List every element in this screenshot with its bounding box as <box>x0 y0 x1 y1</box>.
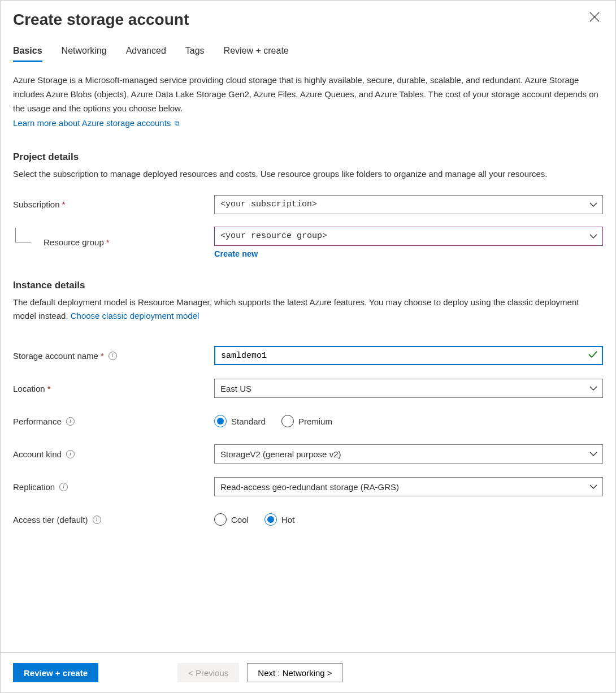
access-tier-cool-radio[interactable]: Cool <box>214 513 249 526</box>
close-icon <box>589 12 600 22</box>
radio-label: Hot <box>281 515 294 525</box>
check-icon <box>588 350 597 361</box>
info-icon[interactable]: i <box>66 450 75 458</box>
tab-networking[interactable]: Networking <box>62 41 107 62</box>
required-indicator: * <box>47 384 51 393</box>
subscription-select[interactable]: <your subscription> <box>214 195 603 214</box>
radio-label: Premium <box>298 417 332 426</box>
location-value: East US <box>220 384 251 393</box>
resource-group-label: Resource group <box>44 237 104 247</box>
replication-label: Replication <box>13 482 55 492</box>
access-tier-radio-group: Cool Hot <box>214 513 603 526</box>
info-icon[interactable]: i <box>66 417 75 426</box>
performance-radio-group: Standard Premium <box>214 415 603 427</box>
account-kind-label: Account kind <box>13 449 62 459</box>
storage-account-name-input[interactable] <box>214 346 603 365</box>
subscription-value: <your subscription> <box>220 200 317 209</box>
required-indicator: * <box>101 351 104 361</box>
location-label: Location <box>13 384 45 393</box>
tab-tags[interactable]: Tags <box>185 41 205 62</box>
resource-group-value: <your resource group> <box>220 231 327 241</box>
replication-value: Read-access geo-redundant storage (RA-GR… <box>220 482 399 492</box>
storage-account-name-label: Storage account name <box>13 351 98 361</box>
tab-review-create[interactable]: Review + create <box>224 41 289 62</box>
instance-details-desc: The default deployment model is Resource… <box>13 296 603 324</box>
review-create-button[interactable]: Review + create <box>13 663 98 682</box>
previous-button: < Previous <box>177 663 239 682</box>
create-new-link[interactable]: Create new <box>214 249 258 258</box>
intro-text: Azure Storage is a Microsoft-managed ser… <box>13 73 603 130</box>
page-title: Create storage account <box>13 11 189 29</box>
replication-select[interactable]: Read-access geo-redundant storage (RA-GR… <box>214 477 603 496</box>
next-button[interactable]: Next : Networking > <box>247 663 342 682</box>
radio-label: Cool <box>231 515 249 525</box>
performance-label: Performance <box>13 417 62 426</box>
project-details-desc: Select the subscription to manage deploy… <box>13 167 603 181</box>
location-select[interactable]: East US <box>214 379 603 398</box>
radio-label: Standard <box>231 417 266 426</box>
tab-basics[interactable]: Basics <box>13 41 42 62</box>
learn-more-text: Learn more about Azure storage accounts <box>13 118 171 128</box>
info-icon[interactable]: i <box>109 352 117 360</box>
resource-group-select[interactable]: <your resource group> <box>214 227 603 246</box>
learn-more-link[interactable]: Learn more about Azure storage accounts … <box>13 118 180 128</box>
classic-deployment-link[interactable]: Choose classic deployment model <box>71 311 199 320</box>
required-indicator: * <box>62 200 66 209</box>
footer-bar: Review + create < Previous Next : Networ… <box>1 652 615 692</box>
instance-details-heading: Instance details <box>13 280 603 291</box>
access-tier-label: Access tier (default) <box>13 515 88 525</box>
account-kind-value: StorageV2 (general purpose v2) <box>220 449 341 459</box>
project-details-heading: Project details <box>13 151 603 163</box>
required-indicator: * <box>106 237 110 247</box>
subscription-label: Subscription <box>13 200 60 209</box>
performance-premium-radio[interactable]: Premium <box>281 415 332 427</box>
create-storage-account-panel: Create storage account Basics Networking… <box>0 0 616 693</box>
tab-advanced[interactable]: Advanced <box>126 41 166 62</box>
performance-standard-radio[interactable]: Standard <box>214 415 266 427</box>
close-button[interactable] <box>586 10 603 26</box>
external-link-icon: ⧉ <box>175 119 180 127</box>
tree-indent-line <box>15 228 31 242</box>
access-tier-hot-radio[interactable]: Hot <box>264 513 294 526</box>
info-icon[interactable]: i <box>59 483 68 491</box>
account-kind-select[interactable]: StorageV2 (general purpose v2) <box>214 444 603 464</box>
tabs: Basics Networking Advanced Tags Review +… <box>13 41 603 62</box>
info-icon[interactable]: i <box>93 516 101 524</box>
intro-body: Azure Storage is a Microsoft-managed ser… <box>13 75 598 113</box>
